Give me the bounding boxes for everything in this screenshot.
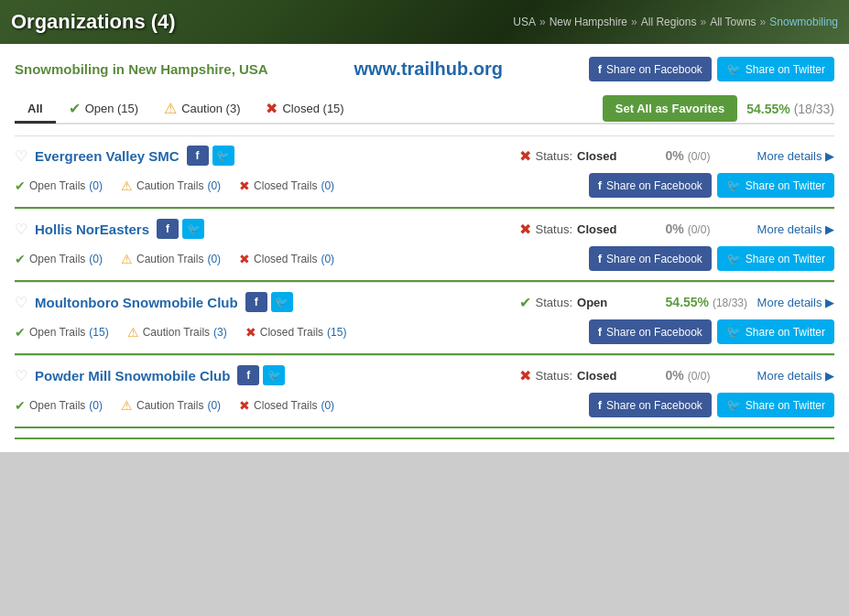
- top-share-twitter-label: Share on Twitter: [746, 63, 825, 76]
- top-bar: Snowmobiling in New Hampshire, USA www.t…: [15, 57, 834, 81]
- org-twitter-button[interactable]: 🐦: [271, 292, 293, 312]
- trail-share-facebook-button[interactable]: f Share on Facebook: [589, 246, 712, 271]
- status-prefix-label: Status:: [536, 296, 572, 309]
- org-card-4: ♡ Powder Mill Snowmobile Club f 🐦 ✖ Stat…: [15, 355, 834, 439]
- org-percentage: 0% (0/0): [666, 148, 757, 163]
- twitter-icon: 🐦: [726, 62, 741, 76]
- breadcrumb-sep-2: »: [631, 16, 637, 28]
- caution-trails-count: (0): [207, 179, 221, 192]
- page-wrapper: Organizations (4) USA » New Hampshire » …: [0, 0, 849, 452]
- twitter-icon: 🐦: [726, 178, 741, 192]
- org-facebook-button[interactable]: f: [237, 365, 259, 385]
- filter-tab-all[interactable]: All: [15, 96, 56, 124]
- facebook-icon: f: [598, 398, 602, 412]
- org-facebook-button[interactable]: f: [245, 292, 267, 312]
- status-open-icon: ✔: [519, 294, 531, 311]
- org-name-link[interactable]: Hollis NorEasters: [35, 222, 149, 237]
- more-details-link[interactable]: More details ▶: [757, 149, 834, 163]
- organizations-list: ♡ Evergreen Valley SMC f 🐦 ✖ Status: Clo…: [15, 135, 834, 439]
- trail-share-twitter-button[interactable]: 🐦 Share on Twitter: [717, 246, 834, 271]
- org-pct-number: 0%: [666, 148, 684, 163]
- filter-caution-label: Caution (3): [181, 102, 240, 115]
- facebook-icon: f: [598, 252, 602, 265]
- org-status: ✖ Status: Closed: [519, 367, 666, 384]
- breadcrumb-usa[interactable]: USA: [513, 16, 536, 28]
- status-value: Open: [577, 296, 607, 309]
- twitter-icon: 🐦: [726, 398, 741, 412]
- header-banner: Organizations (4) USA » New Hampshire » …: [0, 0, 849, 44]
- trail-share-twitter-button[interactable]: 🐦 Share on Twitter: [717, 173, 834, 198]
- top-share-facebook-button[interactable]: f Share on Facebook: [589, 57, 712, 81]
- more-details-link[interactable]: More details ▶: [757, 296, 834, 309]
- org-pct-number: 54.55%: [666, 295, 709, 309]
- filter-tab-open[interactable]: ✔ Open (15): [56, 94, 152, 123]
- caution-trails-label: Caution Trails: [136, 179, 203, 192]
- favorite-heart-icon[interactable]: ♡: [15, 147, 27, 165]
- org-pct-number: 0%: [666, 222, 684, 236]
- org-social-buttons: f 🐦: [237, 365, 285, 385]
- closed-trails-count: (15): [327, 326, 346, 339]
- closed-trails-stat: ✖ Closed Trails (0): [239, 252, 334, 266]
- breadcrumb-nh[interactable]: New Hampshire: [550, 16, 627, 28]
- closed-trails-icon: ✖: [239, 398, 250, 413]
- org-twitter-button[interactable]: 🐦: [212, 146, 234, 166]
- breadcrumb-regions[interactable]: All Regions: [641, 16, 697, 28]
- org-status: ✖ Status: Closed: [519, 221, 666, 238]
- status-closed-icon: ✖: [519, 367, 531, 384]
- filter-tab-closed[interactable]: ✖ Closed (15): [253, 94, 356, 123]
- org-row-bottom: ✔ Open Trails (15) ⚠ Caution Trails (3) …: [15, 319, 834, 355]
- top-share-twitter-button[interactable]: 🐦 Share on Twitter: [717, 57, 834, 81]
- open-trails-icon: ✔: [15, 398, 26, 413]
- favorite-heart-icon[interactable]: ♡: [15, 221, 27, 238]
- org-pct-count: (0/0): [688, 150, 711, 163]
- more-details-arrow-icon: ▶: [825, 369, 834, 383]
- org-pct-count: (18/33): [713, 297, 747, 309]
- caution-trails-icon: ⚠: [127, 325, 139, 340]
- org-row-top: ♡ Powder Mill Snowmobile Club f 🐦 ✖ Stat…: [15, 365, 834, 385]
- org-twitter-button[interactable]: 🐦: [263, 365, 285, 385]
- org-social-buttons: f 🐦: [157, 219, 204, 239]
- org-card-2: ♡ Hollis NorEasters f 🐦 ✖ Status: Closed…: [15, 209, 834, 282]
- org-card-1: ♡ Evergreen Valley SMC f 🐦 ✖ Status: Clo…: [15, 135, 834, 209]
- trail-share-facebook-button[interactable]: f Share on Facebook: [589, 393, 712, 417]
- open-trails-stat: ✔ Open Trails (15): [15, 325, 109, 340]
- open-trails-stat: ✔ Open Trails (0): [15, 178, 103, 193]
- org-name-link[interactable]: Powder Mill Snowmobile Club: [35, 368, 230, 384]
- caution-trails-icon: ⚠: [121, 178, 133, 193]
- org-name-link[interactable]: Moultonboro Snowmobile Club: [35, 295, 238, 310]
- favorite-heart-icon[interactable]: ♡: [15, 367, 27, 384]
- more-details-arrow-icon: ▶: [825, 296, 834, 309]
- org-row-bottom: ✔ Open Trails (0) ⚠ Caution Trails (0) ✖…: [15, 393, 834, 428]
- favorite-heart-icon[interactable]: ♡: [15, 294, 27, 311]
- org-pct-number: 0%: [666, 368, 684, 383]
- caution-trails-stat: ⚠ Caution Trails (3): [127, 325, 227, 340]
- facebook-icon: f: [598, 62, 602, 76]
- overall-pct-number: 54.55%: [746, 102, 789, 116]
- breadcrumb-towns[interactable]: All Towns: [710, 16, 756, 28]
- org-status: ✖ Status: Closed: [519, 147, 666, 165]
- trail-share-facebook-button[interactable]: f Share on Facebook: [589, 173, 712, 198]
- filter-tab-caution[interactable]: ⚠ Caution (3): [151, 94, 253, 123]
- org-facebook-button[interactable]: f: [157, 219, 179, 239]
- status-closed-icon: ✖: [519, 147, 531, 165]
- breadcrumb-sep-1: »: [539, 16, 546, 28]
- trail-share-twitter-button[interactable]: 🐦 Share on Twitter: [717, 393, 834, 417]
- org-percentage: 0% (0/0): [666, 222, 757, 236]
- trail-share-facebook-button[interactable]: f Share on Facebook: [589, 319, 712, 344]
- trail-share-twitter-label: Share on Twitter: [746, 179, 825, 192]
- caution-trails-stat: ⚠ Caution Trails (0): [121, 398, 221, 413]
- set-all-favorites-button[interactable]: Set All as Favorites: [603, 95, 737, 122]
- org-name-link[interactable]: Evergreen Valley SMC: [35, 148, 180, 164]
- caution-trails-stat: ⚠ Caution Trails (0): [121, 252, 221, 266]
- caution-trails-icon: ⚠: [121, 252, 133, 266]
- trail-share-twitter-button[interactable]: 🐦 Share on Twitter: [717, 319, 834, 344]
- closed-trails-stat: ✖ Closed Trails (0): [239, 178, 334, 193]
- more-details-link[interactable]: More details ▶: [757, 222, 834, 236]
- org-twitter-button[interactable]: 🐦: [182, 219, 204, 239]
- more-details-link[interactable]: More details ▶: [757, 369, 834, 383]
- org-facebook-button[interactable]: f: [187, 146, 209, 166]
- open-trails-label: Open Trails: [29, 399, 85, 412]
- closed-trails-stat: ✖ Closed Trails (15): [245, 325, 347, 340]
- trail-share-twitter-label: Share on Twitter: [746, 253, 825, 265]
- caution-trails-icon: ⚠: [121, 398, 133, 413]
